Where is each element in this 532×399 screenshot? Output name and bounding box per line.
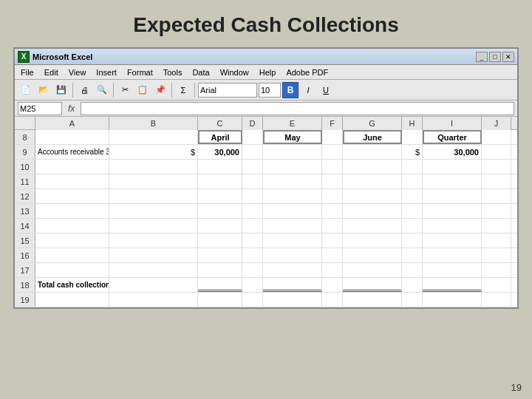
col-header-F[interactable]: F (322, 117, 343, 130)
table-row[interactable]: 11 (15, 174, 517, 189)
table-row[interactable]: 16 (15, 248, 517, 263)
minimize-button[interactable]: _ (476, 52, 488, 62)
cell-G10[interactable] (343, 160, 402, 174)
slide-title: Expected Cash Collections (133, 13, 398, 36)
italic-button[interactable]: I (300, 82, 316, 98)
cell-F10[interactable] (322, 160, 343, 174)
col-header-H[interactable]: H (402, 117, 423, 130)
row-num-header (15, 117, 35, 129)
cell-G9[interactable] (343, 145, 402, 159)
cell-reference-box[interactable] (18, 102, 62, 115)
table-row[interactable]: 18 Total cash collections (15, 278, 517, 293)
table-row[interactable]: 15 (15, 233, 517, 248)
col-header-D[interactable]: D (242, 117, 263, 130)
col-header-E[interactable]: E (263, 117, 322, 130)
cell-F8[interactable] (322, 130, 343, 144)
cell-E18[interactable] (263, 278, 322, 292)
cell-B9[interactable]: $ (109, 145, 198, 159)
cell-J8[interactable] (482, 130, 511, 144)
open-button[interactable]: 📂 (35, 82, 52, 98)
cell-A8[interactable] (35, 130, 109, 144)
cell-B10[interactable] (109, 160, 198, 174)
table-row[interactable]: 19 (15, 293, 517, 307)
cell-E8-may[interactable]: May (263, 130, 322, 144)
cell-H8[interactable] (402, 130, 423, 144)
underline-button[interactable]: U (318, 82, 334, 98)
cell-I18[interactable] (423, 278, 482, 292)
cell-A18-label[interactable]: Total cash collections (35, 278, 109, 292)
cell-C8-april[interactable]: April (198, 130, 242, 144)
menu-window[interactable]: Window (216, 67, 253, 78)
cell-F9[interactable] (322, 145, 343, 159)
col-header-J[interactable]: J (482, 117, 511, 130)
cell-C9[interactable]: 30,000 (198, 145, 242, 159)
table-row[interactable]: 14 (15, 219, 517, 233)
col-header-B[interactable]: B (109, 117, 198, 130)
table-row[interactable]: 17 (15, 263, 517, 278)
menu-format[interactable]: Format (123, 67, 157, 78)
cell-D10[interactable] (242, 160, 263, 174)
cell-H10[interactable] (402, 160, 423, 174)
table-row[interactable]: 12 (15, 189, 517, 204)
close-button[interactable]: ✕ (502, 52, 514, 62)
cell-I8-quarter[interactable]: Quarter (423, 130, 482, 144)
cell-J18[interactable] (482, 278, 511, 292)
copy-button[interactable]: 📋 (134, 82, 151, 98)
col-header-A[interactable]: A (35, 117, 109, 130)
save-button[interactable]: 💾 (53, 82, 69, 98)
cell-H9[interactable]: $ (402, 145, 423, 159)
cell-J10[interactable] (482, 160, 511, 174)
table-row[interactable]: 10 (15, 160, 517, 174)
paste-button[interactable]: 📌 (152, 82, 168, 98)
print-button[interactable]: 🖨 (76, 82, 92, 98)
col-header-C[interactable]: C (198, 117, 242, 130)
menu-insert[interactable]: Insert (92, 67, 121, 78)
cell-I10[interactable] (423, 160, 482, 174)
table-row[interactable]: 9 Accounts receivable 3/31 $ 30,000 $ 30… (15, 145, 517, 160)
cut-button[interactable]: ✂ (117, 82, 133, 98)
cell-A9[interactable]: Accounts receivable 3/31 (35, 145, 109, 159)
window-controls: _ □ ✕ (476, 52, 514, 62)
cell-G8-june[interactable]: June (343, 130, 402, 144)
cell-H18[interactable] (402, 278, 423, 292)
toolbar-separator-3 (171, 83, 172, 98)
slide-title-area: Expected Cash Collections (0, 0, 532, 47)
new-button[interactable]: 📄 (18, 82, 34, 98)
table-row[interactable]: 13 (15, 204, 517, 219)
cell-B8[interactable] (109, 130, 198, 144)
cell-G18[interactable] (343, 278, 402, 292)
menu-bar: File Edit View Insert Format Tools Data … (15, 65, 517, 80)
formula-bar: fx (15, 100, 517, 117)
cell-C10[interactable] (198, 160, 242, 174)
cell-E9[interactable] (263, 145, 322, 159)
font-size-selector[interactable] (259, 83, 281, 98)
cell-A10[interactable] (35, 160, 109, 174)
cell-B18[interactable] (109, 278, 198, 292)
row-number: 11 (15, 174, 35, 188)
cell-D18[interactable] (242, 278, 263, 292)
row-number: 12 (15, 189, 35, 203)
menu-file[interactable]: File (16, 67, 38, 78)
cell-F18[interactable] (322, 278, 343, 292)
print-preview-button[interactable]: 🔍 (94, 82, 110, 98)
cell-E10[interactable] (263, 160, 322, 174)
bold-button[interactable]: B (282, 82, 299, 98)
col-header-G[interactable]: G (343, 117, 402, 130)
cell-J9[interactable] (482, 145, 511, 159)
menu-data[interactable]: Data (188, 67, 214, 78)
menu-adobe[interactable]: Adobe PDF (282, 67, 332, 78)
menu-edit[interactable]: Edit (40, 67, 63, 78)
font-selector[interactable] (198, 83, 257, 98)
menu-view[interactable]: View (64, 67, 91, 78)
menu-help[interactable]: Help (255, 67, 281, 78)
col-header-I[interactable]: I (423, 117, 482, 130)
sigma-button[interactable]: Σ (175, 82, 191, 98)
table-row[interactable]: 8 April May June Quarter (15, 130, 517, 145)
cell-D8[interactable] (242, 130, 263, 144)
cell-C18[interactable] (198, 278, 242, 292)
menu-tools[interactable]: Tools (159, 67, 187, 78)
cell-I9[interactable]: 30,000 (423, 145, 482, 159)
formula-input[interactable] (81, 102, 514, 115)
cell-D9[interactable] (242, 145, 263, 159)
maximize-button[interactable]: □ (489, 52, 501, 62)
